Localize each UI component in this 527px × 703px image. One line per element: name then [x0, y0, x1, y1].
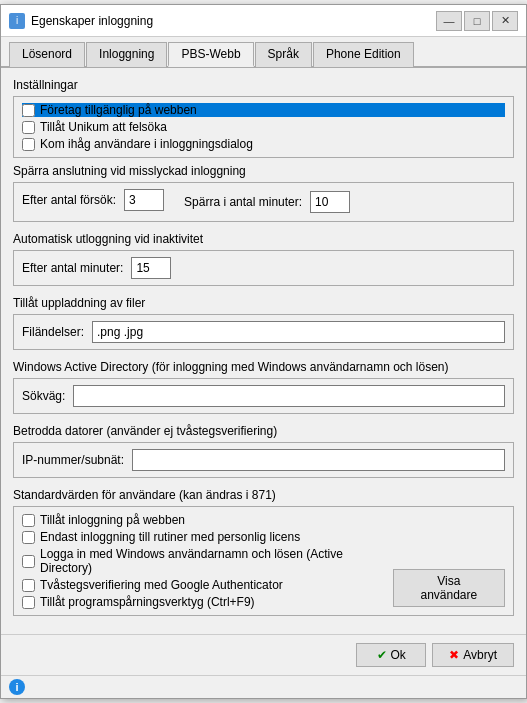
tab-sprak[interactable]: Språk — [255, 42, 312, 67]
sparra-section: Spärra anslutning vid misslyckad inloggn… — [13, 164, 514, 222]
checkbox-unikum[interactable] — [22, 121, 35, 134]
ip-row: IP-nummer/subnät: — [22, 449, 505, 471]
visa-button-container: Visa användare — [393, 569, 505, 607]
sparra-box: Efter antal försök: Spärra i antal minut… — [13, 182, 514, 222]
betrodda-label: Betrodda datorer (använder ej tvåstegsve… — [13, 424, 514, 438]
standardvarden-checkboxes: Tillåt inloggning på webben Endast inlog… — [22, 513, 383, 609]
visa-anvandare-button[interactable]: Visa användare — [393, 569, 505, 607]
ip-label: IP-nummer/subnät: — [22, 453, 124, 467]
ok-label: Ok — [391, 648, 406, 662]
sparra-fields-row: Efter antal försök: Spärra i antal minut… — [22, 189, 505, 215]
betrodda-box: IP-nummer/subnät: — [13, 442, 514, 478]
tab-phone-edition[interactable]: Phone Edition — [313, 42, 414, 67]
tab-inloggning[interactable]: Inloggning — [86, 42, 167, 67]
standardvarden-section: Standardvärden för användare (kan ändras… — [13, 488, 514, 616]
sparra-label: Spärra anslutning vid misslyckad inloggn… — [13, 164, 514, 178]
utloggning-minuter-label: Efter antal minuter: — [22, 261, 123, 275]
tab-content: Inställningar Företag tillgänglig på web… — [1, 68, 526, 634]
checkbox-unikum-row: Tillåt Unikum att felsöka — [22, 120, 505, 134]
utloggning-box: Efter antal minuter: — [13, 250, 514, 286]
ok-icon: ✔ — [377, 648, 387, 662]
filandelser-row: Filändelser: — [22, 321, 505, 343]
installningar-box: Företag tillgänglig på webben Tillåt Uni… — [13, 96, 514, 158]
uppladdning-box: Filändelser: — [13, 314, 514, 350]
minuter-row: Spärra i antal minuter: — [184, 191, 350, 213]
checkbox-foretag-label: Företag tillgänglig på webben — [40, 103, 197, 117]
cb-endast-rutiner-label: Endast inloggning till rutiner med perso… — [40, 530, 300, 544]
status-icon: i — [9, 679, 25, 695]
standardvarden-box: Tillåt inloggning på webben Endast inlog… — [13, 506, 514, 616]
cb-endast-rutiner[interactable] — [22, 531, 35, 544]
checkbox-foretag[interactable] — [22, 104, 35, 117]
standardvarden-label: Standardvärden för användare (kan ändras… — [13, 488, 514, 502]
window-title: Egenskaper inloggning — [31, 14, 153, 28]
cb-sparning[interactable] — [22, 596, 35, 609]
cb-endast-rutiner-row: Endast inloggning till rutiner med perso… — [22, 530, 383, 544]
utloggning-section: Automatisk utloggning vid inaktivitet Ef… — [13, 232, 514, 286]
betrodda-section: Betrodda datorer (använder ej tvåstegsve… — [13, 424, 514, 478]
checkbox-unikum-label: Tillåt Unikum att felsöka — [40, 120, 167, 134]
forsok-input[interactable] — [124, 189, 164, 211]
forsok-row: Efter antal försök: — [22, 189, 164, 211]
uppladdning-section: Tillåt uppladdning av filer Filändelser: — [13, 296, 514, 350]
cb-logga-in[interactable] — [22, 555, 35, 568]
cb-tvasteg-label: Tvåstegsverifiering med Google Authentic… — [40, 578, 283, 592]
minuter-input[interactable] — [310, 191, 350, 213]
sokvag-label: Sökväg: — [22, 389, 65, 403]
cb-tillat-webb-label: Tillåt inloggning på webben — [40, 513, 185, 527]
utloggning-minuter-row: Efter antal minuter: — [22, 257, 505, 279]
titlebar: i Egenskaper inloggning — □ ✕ — [1, 5, 526, 37]
utloggning-minuter-input[interactable] — [131, 257, 171, 279]
app-icon: i — [9, 13, 25, 29]
cb-logga-in-row: Logga in med Windows användarnamn och lö… — [22, 547, 383, 575]
minuter-label: Spärra i antal minuter: — [184, 195, 302, 209]
forsok-label: Efter antal försök: — [22, 193, 116, 207]
uppladdning-label: Tillåt uppladdning av filer — [13, 296, 514, 310]
bottom-buttons: ✔ Ok ✖ Avbryt — [1, 634, 526, 675]
titlebar-left: i Egenskaper inloggning — [9, 13, 153, 29]
cb-sparning-label: Tillåt programspårningsverktyg (Ctrl+F9) — [40, 595, 255, 609]
status-bar: i — [1, 675, 526, 698]
cb-logga-in-label: Logga in med Windows användarnamn och lö… — [40, 547, 383, 575]
cancel-icon: ✖ — [449, 648, 459, 662]
standardvarden-inner: Tillåt inloggning på webben Endast inlog… — [22, 513, 505, 609]
cb-tillat-webb-row: Tillåt inloggning på webben — [22, 513, 383, 527]
filandelser-input[interactable] — [92, 321, 505, 343]
checkbox-kom-ihag-label: Kom ihåg användare i inloggningsdialog — [40, 137, 253, 151]
minimize-button[interactable]: — — [436, 11, 462, 31]
tab-pbs-webb[interactable]: PBS-Webb — [168, 42, 253, 67]
close-button[interactable]: ✕ — [492, 11, 518, 31]
sokvag-row: Sökväg: — [22, 385, 505, 407]
main-window: i Egenskaper inloggning — □ ✕ Lösenord I… — [0, 4, 527, 699]
checkbox-foretag-row: Företag tillgänglig på webben — [22, 103, 505, 117]
titlebar-buttons: — □ ✕ — [436, 11, 518, 31]
filandelser-label: Filändelser: — [22, 325, 84, 339]
installningar-section: Inställningar Företag tillgänglig på web… — [13, 78, 514, 158]
cb-tillat-webb[interactable] — [22, 514, 35, 527]
tab-bar: Lösenord Inloggning PBS-Webb Språk Phone… — [1, 37, 526, 68]
utloggning-label: Automatisk utloggning vid inaktivitet — [13, 232, 514, 246]
cb-tvasteg-row: Tvåstegsverifiering med Google Authentic… — [22, 578, 383, 592]
ip-input[interactable] — [132, 449, 505, 471]
maximize-button[interactable]: □ — [464, 11, 490, 31]
active-directory-label: Windows Active Directory (för inloggning… — [13, 360, 514, 374]
tab-losenord[interactable]: Lösenord — [9, 42, 85, 67]
checkbox-kom-ihag-row: Kom ihåg användare i inloggningsdialog — [22, 137, 505, 151]
active-directory-box: Sökväg: — [13, 378, 514, 414]
cb-tvasteg[interactable] — [22, 579, 35, 592]
cancel-button[interactable]: ✖ Avbryt — [432, 643, 514, 667]
cb-sparning-row: Tillåt programspårningsverktyg (Ctrl+F9) — [22, 595, 383, 609]
sokvag-input[interactable] — [73, 385, 505, 407]
installningar-label: Inställningar — [13, 78, 514, 92]
checkbox-kom-ihag[interactable] — [22, 138, 35, 151]
cancel-label: Avbryt — [463, 648, 497, 662]
active-directory-section: Windows Active Directory (för inloggning… — [13, 360, 514, 414]
ok-button[interactable]: ✔ Ok — [356, 643, 426, 667]
